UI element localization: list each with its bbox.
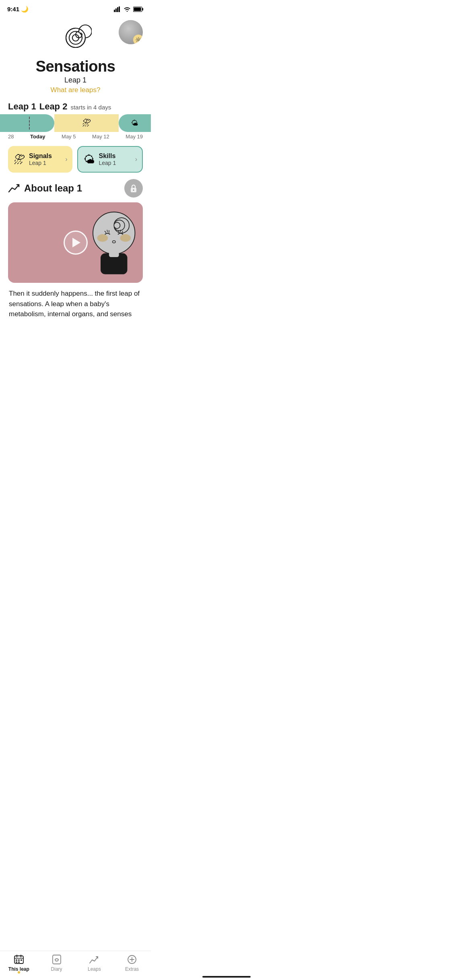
signals-card-chevron: ›: [65, 156, 67, 163]
svg-rect-0: [114, 10, 115, 12]
about-section: About leap 1: [0, 179, 151, 360]
svg-point-11: [97, 234, 108, 242]
svg-rect-21: [109, 252, 119, 257]
trend-icon: [8, 183, 20, 194]
date-may12: May 12: [92, 134, 109, 140]
signals-card-icon: ⛈: [14, 153, 25, 166]
date-may5: May 5: [62, 134, 76, 140]
svg-line-14: [107, 230, 107, 232]
settings-badge[interactable]: [133, 35, 143, 44]
signals-card-text: Signals Leap 1: [29, 152, 52, 166]
skills-card-chevron: ›: [135, 156, 137, 163]
signals-card-leap: Leap 1: [29, 160, 52, 166]
app-title: Sensations: [36, 58, 115, 75]
signals-card-title: Signals: [29, 152, 52, 160]
date-labels: 28 Today May 5 May 12 May 19: [8, 132, 143, 140]
svg-rect-3: [119, 6, 120, 12]
signals-card[interactable]: ⛈ Signals Leap 1 ›: [8, 146, 72, 173]
timeline-section: Leap 1 Leap 2 starts in 4 days ⛈ 🌤 28 To…: [0, 98, 151, 140]
skills-card-text: Skills Leap 1: [99, 152, 116, 166]
timeline-green-left: [0, 114, 54, 132]
skills-card-title: Skills: [99, 152, 116, 160]
svg-point-9: [133, 189, 134, 191]
moon-icon: 🌙: [21, 6, 29, 12]
date-today: Today: [30, 134, 45, 140]
status-icons: [114, 6, 144, 12]
svg-rect-5: [142, 8, 144, 10]
lock-icon: [130, 184, 138, 193]
status-time: 9:41 🌙: [7, 6, 29, 13]
about-title-row: About leap 1: [8, 183, 82, 194]
about-title: About leap 1: [24, 183, 82, 194]
play-button[interactable]: [64, 231, 88, 255]
signal-icon: [114, 6, 121, 12]
timeline-bar: ⛈ 🌤: [0, 114, 151, 132]
timeline-yellow: ⛈: [54, 114, 119, 132]
svg-point-12: [120, 234, 131, 242]
svg-rect-1: [115, 8, 117, 12]
what-are-leaps-link[interactable]: What are leaps?: [51, 86, 101, 94]
today-marker: [29, 117, 30, 130]
lock-button[interactable]: [124, 179, 143, 198]
cards-row: ⛈ Signals Leap 1 › 🌤 Skills Leap 1 ›: [0, 140, 151, 179]
leap1-label: Leap 1: [8, 101, 36, 112]
profile-button[interactable]: [119, 20, 143, 44]
skills-card[interactable]: 🌤 Skills Leap 1 ›: [77, 146, 143, 173]
skills-card-icon: 🌤: [84, 153, 95, 166]
spiral-icon: [60, 22, 92, 56]
sun-cloud-icon: 🌤: [131, 119, 138, 128]
svg-point-10: [93, 212, 135, 254]
svg-point-7: [138, 39, 139, 41]
storm-icon: ⛈: [82, 118, 91, 128]
timeline-green-right: 🌤: [119, 114, 151, 132]
skills-card-leap: Leap 1: [99, 160, 116, 166]
play-icon: [72, 238, 80, 247]
video-thumbnail[interactable]: [8, 202, 143, 283]
leap-labels: Leap 1 Leap 2 starts in 4 days: [8, 101, 143, 112]
status-bar: 9:41 🌙: [0, 0, 151, 15]
description-text: Then it suddenly happens... the first le…: [8, 288, 143, 319]
leap2-label: Leap 2: [39, 101, 68, 112]
about-header: About leap 1: [8, 179, 143, 198]
date-may19: May 19: [126, 134, 143, 140]
gear-icon: [136, 37, 141, 43]
leap-subtitle: Leap 1: [64, 76, 86, 84]
svg-rect-2: [117, 7, 118, 12]
svg-rect-6: [134, 8, 141, 11]
header: Sensations Leap 1 What are leaps?: [0, 15, 151, 98]
date-28: 28: [8, 134, 14, 140]
wifi-icon: [124, 6, 131, 12]
battery-icon: [133, 6, 144, 12]
svg-line-16: [119, 231, 119, 233]
starts-in-text: starts in 4 days: [70, 104, 111, 111]
